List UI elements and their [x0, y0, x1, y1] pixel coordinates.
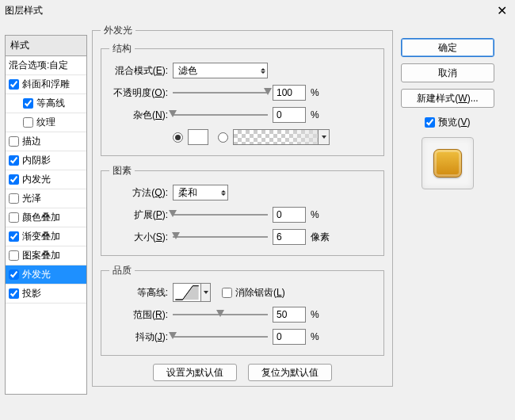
structure-group: 结构 混合模式(E): 滤色 不透明度(O):	[101, 42, 384, 156]
sidebar-item-2[interactable]: 等高线	[6, 94, 86, 113]
opacity-unit: %	[311, 87, 319, 98]
noise-slider[interactable]	[173, 109, 268, 120]
sidebar-item-label: 图案叠加	[22, 249, 60, 262]
spread-label: 扩展(P):	[109, 208, 173, 222]
chevron-updown-icon	[261, 68, 265, 74]
method-combo[interactable]: 柔和	[173, 185, 228, 200]
sidebar-item-checkbox[interactable]	[9, 212, 19, 223]
noise-label: 杂色(N):	[109, 109, 173, 122]
contour-dropdown-icon[interactable]	[201, 283, 211, 302]
size-input[interactable]	[273, 229, 306, 245]
new-style-button[interactable]: 新建样式(W)...	[401, 89, 494, 108]
quality-legend: 品质	[109, 264, 135, 277]
blend-mode-label: 混合模式(E):	[109, 64, 173, 78]
noise-input[interactable]	[273, 107, 306, 123]
right-panel: 确定 取消 新建样式(W)... 预览(V)	[398, 21, 502, 395]
sidebar-item-label: 投影	[22, 287, 41, 300]
sidebar-item-label: 光泽	[22, 192, 41, 205]
contour-label: 等高线:	[109, 286, 173, 300]
sidebar-item-0[interactable]: 混合选项:自定	[6, 56, 86, 75]
sidebar-item-label: 纹理	[36, 116, 55, 129]
color-swatch[interactable]	[188, 129, 208, 145]
sidebar-item-1[interactable]: 斜面和浮雕	[6, 75, 86, 94]
size-unit: 像素	[311, 231, 330, 244]
svg-marker-0	[175, 286, 198, 300]
opacity-label: 不透明度(O):	[109, 86, 173, 100]
sidebar-item-10[interactable]: 图案叠加	[6, 246, 86, 265]
sidebar-item-checkbox[interactable]	[9, 250, 19, 261]
element-legend: 图素	[109, 164, 135, 178]
close-icon[interactable]: ✕	[497, 3, 507, 18]
sidebar-item-checkbox[interactable]	[9, 136, 19, 147]
sidebar-item-checkbox[interactable]	[9, 174, 19, 185]
jitter-label: 抖动(J):	[109, 330, 173, 344]
spread-slider[interactable]	[173, 209, 268, 220]
gradient-dropdown-icon[interactable]	[319, 129, 330, 145]
gradient-radio[interactable]	[218, 132, 228, 143]
range-label: 范围(R):	[109, 308, 173, 322]
size-label: 大小(S):	[109, 231, 173, 244]
element-group: 图素 方法(Q): 柔和 扩展(P):	[101, 164, 384, 256]
sidebar-header: 样式	[6, 36, 86, 56]
panel-title: 外发光	[101, 24, 135, 37]
jitter-input[interactable]	[273, 329, 306, 345]
range-unit: %	[311, 309, 319, 320]
spread-input[interactable]	[273, 207, 306, 223]
sidebar-item-label: 渐变叠加	[22, 230, 60, 243]
solid-color-radio[interactable]	[173, 132, 183, 143]
sidebar-item-7[interactable]: 光泽	[6, 189, 86, 208]
quality-group: 品质 等高线: 消除锯齿(L)	[101, 264, 384, 356]
sidebar-item-5[interactable]: 内阴影	[6, 151, 86, 170]
jitter-slider[interactable]	[173, 331, 268, 342]
dialog-title: 图层样式	[5, 4, 43, 17]
sidebar-item-label: 斜面和浮雕	[22, 78, 70, 91]
opacity-input[interactable]	[273, 85, 306, 101]
sidebar-item-label: 等高线	[36, 97, 65, 110]
preview-thumbnail	[422, 137, 474, 189]
reset-default-button[interactable]: 复位为默认值	[248, 364, 332, 381]
chevron-updown-icon	[221, 190, 226, 196]
method-label: 方法(Q):	[109, 186, 173, 200]
preview-icon	[433, 149, 462, 178]
sidebar-item-checkbox[interactable]	[9, 193, 19, 204]
sidebar-item-checkbox[interactable]	[9, 231, 19, 242]
sidebar-item-checkbox[interactable]	[9, 155, 19, 166]
contour-picker[interactable]	[173, 283, 201, 302]
sidebar-item-9[interactable]: 渐变叠加	[6, 227, 86, 246]
outer-glow-panel: 外发光 结构 混合模式(E): 滤色 不透明度(O):	[87, 21, 398, 395]
range-slider[interactable]	[173, 309, 268, 320]
structure-legend: 结构	[109, 42, 135, 55]
sidebar-item-checkbox[interactable]	[9, 269, 19, 280]
sidebar-item-label: 颜色叠加	[22, 211, 60, 224]
sidebar-item-8[interactable]: 颜色叠加	[6, 208, 86, 227]
sidebar-item-3[interactable]: 纹理	[6, 113, 86, 132]
sidebar-item-12[interactable]: 投影	[6, 284, 86, 304]
title-bar: 图层样式 ✕	[0, 0, 515, 21]
opacity-slider[interactable]	[173, 87, 268, 98]
noise-unit: %	[311, 109, 319, 120]
antialias-label: 消除锯齿(L)	[235, 286, 285, 300]
sidebar-item-label: 内阴影	[22, 154, 51, 167]
jitter-unit: %	[311, 331, 319, 342]
sidebar-item-11[interactable]: 外发光	[6, 265, 86, 284]
antialias-checkbox[interactable]	[222, 288, 232, 298]
sidebar-item-6[interactable]: 内发光	[6, 170, 86, 189]
styles-sidebar: 样式 混合选项:自定斜面和浮雕等高线纹理描边内阴影内发光光泽颜色叠加渐变叠加图案…	[5, 35, 87, 395]
spread-unit: %	[311, 209, 319, 220]
cancel-button[interactable]: 取消	[401, 63, 494, 82]
blend-mode-combo[interactable]: 滤色	[173, 63, 268, 78]
make-default-button[interactable]: 设置为默认值	[153, 364, 237, 381]
sidebar-item-label: 混合选项:自定	[9, 59, 68, 72]
range-input[interactable]	[273, 307, 306, 323]
sidebar-item-4[interactable]: 描边	[6, 132, 86, 151]
sidebar-item-checkbox[interactable]	[23, 117, 33, 128]
sidebar-item-checkbox[interactable]	[23, 98, 33, 109]
sidebar-item-checkbox[interactable]	[9, 288, 19, 299]
sidebar-item-label: 描边	[22, 135, 41, 148]
sidebar-item-checkbox[interactable]	[9, 79, 19, 90]
sidebar-item-label: 内发光	[22, 173, 51, 186]
ok-button[interactable]: 确定	[401, 38, 494, 57]
size-slider[interactable]	[173, 231, 268, 242]
gradient-swatch[interactable]	[233, 129, 319, 145]
preview-checkbox[interactable]	[425, 117, 435, 128]
